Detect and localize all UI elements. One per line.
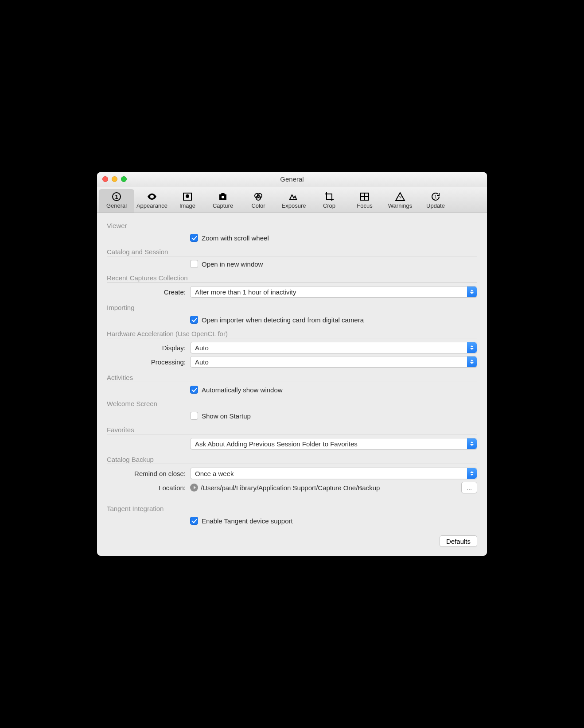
browse-button[interactable]: ...: [461, 482, 477, 493]
chevron-updown-icon: [467, 468, 477, 479]
open-importer-checkbox[interactable]: [190, 316, 198, 324]
browse-button-label: ...: [467, 484, 472, 492]
zoom-scroll-checkbox[interactable]: [190, 234, 198, 242]
create-label: Create:: [107, 288, 190, 296]
preferences-toolbar: 1 General Appearance Image Capture: [97, 186, 487, 213]
section-favorites: Favorites: [107, 426, 477, 434]
chevron-updown-icon: [467, 356, 477, 367]
zoom-scroll-label: Zoom with scroll wheel: [202, 234, 269, 242]
remind-select-value: Once a week: [195, 470, 234, 477]
image-icon: [170, 191, 205, 202]
tab-label: Capture: [205, 202, 241, 209]
show-on-startup-checkbox[interactable]: [190, 412, 198, 420]
display-select[interactable]: Auto: [190, 342, 477, 353]
backup-location-path: /Users/paul/Library/Application Support/…: [201, 484, 458, 492]
section-recent-captures: Recent Captures Collection: [107, 274, 477, 283]
svg-text:?: ?: [399, 195, 401, 200]
tab-label: Image: [170, 202, 205, 209]
auto-show-window-checkbox[interactable]: [190, 386, 198, 394]
section-tangent: Tangent Integration: [107, 505, 477, 513]
tab-focus[interactable]: Focus: [347, 189, 382, 213]
display-select-value: Auto: [195, 344, 209, 352]
chevron-updown-icon: [467, 438, 477, 449]
section-activities: Activities: [107, 374, 477, 382]
favorites-select[interactable]: Ask About Adding Previous Session Folder…: [190, 438, 477, 449]
enable-tangent-checkbox[interactable]: [190, 517, 198, 525]
eye-icon: [134, 191, 170, 202]
enable-tangent-label: Enable Tangent device support: [202, 517, 293, 525]
section-welcome: Welcome Screen: [107, 400, 477, 408]
tab-label: Exposure: [276, 202, 311, 209]
section-hw-accel: Hardware Acceleration (Use OpenCL for): [107, 330, 477, 338]
tab-color[interactable]: Color: [241, 189, 276, 213]
chevron-updown-icon: [467, 287, 477, 297]
svg-text:1: 1: [115, 194, 118, 200]
tab-crop[interactable]: Crop: [311, 189, 347, 213]
section-viewer: Viewer: [107, 222, 477, 230]
chevron-updown-icon: [467, 342, 477, 353]
remind-on-close-label: Remind on close:: [107, 470, 190, 477]
display-label: Display:: [107, 344, 190, 352]
defaults-button[interactable]: Defaults: [440, 535, 477, 547]
section-catalog-session: Catalog and Session: [107, 248, 477, 256]
tab-warnings[interactable]: ? Warnings: [382, 189, 418, 213]
processing-label: Processing:: [107, 358, 190, 366]
remind-select[interactable]: Once a week: [190, 468, 477, 479]
crop-icon: [311, 191, 347, 202]
tab-image[interactable]: Image: [170, 189, 205, 213]
tab-label: Crop: [311, 202, 347, 209]
create-select[interactable]: After more than 1 hour of inactivity: [190, 286, 477, 298]
window-title: General: [97, 175, 487, 183]
tab-label: Update: [418, 202, 453, 209]
section-importing: Importing: [107, 304, 477, 312]
tab-label: General: [99, 202, 134, 209]
tab-label: Color: [241, 202, 276, 209]
camera-icon: [205, 191, 241, 202]
focus-icon: [347, 191, 382, 202]
color-icon: [241, 191, 276, 202]
update-icon: 1: [418, 191, 453, 202]
tab-exposure[interactable]: Exposure: [276, 189, 311, 213]
tab-capture[interactable]: Capture: [205, 189, 241, 213]
favorites-select-value: Ask About Adding Previous Session Folder…: [195, 440, 358, 448]
svg-text:1: 1: [434, 194, 437, 199]
processing-select[interactable]: Auto: [190, 356, 477, 368]
svg-point-4: [222, 196, 224, 198]
titlebar: General: [97, 172, 487, 186]
create-select-value: After more than 1 hour of inactivity: [195, 288, 296, 296]
tab-label: Appearance: [134, 202, 170, 209]
tab-update[interactable]: 1 Update: [418, 189, 453, 213]
location-label: Location:: [107, 484, 190, 492]
svg-point-3: [186, 195, 189, 197]
warning-icon: ?: [382, 191, 418, 202]
tab-label: Focus: [347, 202, 382, 209]
defaults-button-label: Defaults: [446, 538, 471, 545]
exposure-icon: [276, 191, 311, 202]
open-new-window-label: Open in new window: [202, 260, 263, 268]
processing-select-value: Auto: [195, 358, 209, 366]
content-area: Viewer Zoom with scroll wheel Catalog an…: [97, 213, 487, 556]
preferences-window: General 1 General Appearance Image Captu…: [97, 172, 487, 556]
section-catalog-backup: Catalog Backup: [107, 456, 477, 464]
general-icon: 1: [99, 191, 134, 202]
tab-label: Warnings: [382, 202, 418, 209]
arrow-right-circle-icon[interactable]: [190, 484, 198, 492]
tab-general[interactable]: 1 General: [99, 189, 134, 213]
tab-appearance[interactable]: Appearance: [134, 189, 170, 213]
open-new-window-checkbox[interactable]: [190, 260, 198, 268]
show-on-startup-label: Show on Startup: [202, 412, 251, 420]
open-importer-label: Open importer when detecting card from d…: [202, 316, 364, 324]
auto-show-window-label: Automatically show window: [202, 386, 283, 394]
